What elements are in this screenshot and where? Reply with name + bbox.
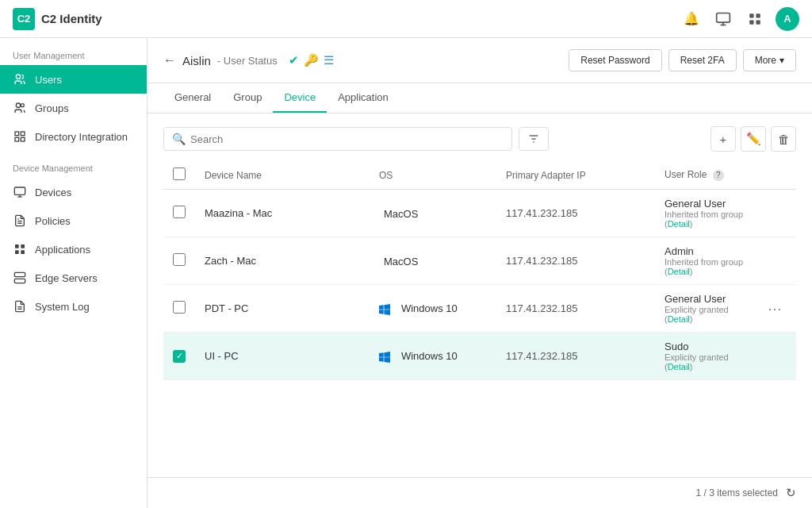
back-button[interactable]: ← — [163, 53, 176, 67]
user-avatar[interactable]: A — [776, 7, 799, 31]
select-all-checkbox[interactable] — [173, 167, 186, 180]
chevron-down-icon: ▾ — [779, 55, 784, 66]
system-log-label: System Log — [35, 301, 90, 313]
row2-ip: 117.41.232.185 — [506, 255, 577, 267]
windows-os-icon-2 — [379, 349, 396, 362]
row1-role: General User — [665, 198, 744, 210]
search-box: 🔍 — [163, 127, 512, 151]
tab-application[interactable]: Application — [327, 83, 400, 113]
reset-password-button[interactable]: Reset Password — [569, 49, 661, 71]
policies-label: Policies — [35, 215, 71, 227]
row3-device-name: PDT - PC — [205, 302, 248, 314]
row4-detail-link[interactable]: Detail — [668, 362, 690, 371]
devices-icon — [13, 185, 27, 199]
sidebar-item-users[interactable]: Users — [0, 65, 147, 94]
row3-checkbox[interactable] — [173, 301, 186, 314]
svg-rect-3 — [749, 13, 753, 17]
action-icons: + ✏️ 🗑 — [710, 126, 796, 152]
svg-rect-6 — [756, 20, 760, 24]
row2-device-name: Zach - Mac — [205, 255, 256, 267]
tab-device[interactable]: Device — [273, 83, 327, 113]
applications-label: Applications — [35, 244, 90, 256]
row1-device-name: Maazina - Mac — [205, 207, 272, 219]
svg-rect-4 — [756, 13, 760, 17]
users-icon — [13, 72, 27, 87]
svg-rect-14 — [14, 187, 25, 194]
system-log-icon — [13, 299, 27, 314]
row4-checkbox[interactable]: ✓ — [173, 350, 186, 363]
device-management-label: Device Management — [0, 151, 147, 178]
footer: 1 / 3 items selected ↻ — [147, 477, 812, 508]
row1-detail-link[interactable]: Detail — [668, 219, 690, 229]
row3-role-grant: Explicity granted (Detail) — [665, 305, 744, 324]
row3-detail-link[interactable]: Detail — [668, 314, 690, 324]
svg-rect-19 — [15, 244, 19, 248]
tabs: General Group Device Application — [147, 83, 812, 114]
sidebar: User Management Users Groups Directory I… — [0, 38, 147, 508]
status-check-icon: ✔ — [289, 53, 299, 67]
svg-point-8 — [16, 103, 20, 107]
content-area: 🔍 + ✏️ 🗑 — [147, 114, 812, 477]
tab-general[interactable]: General — [163, 83, 222, 113]
sidebar-item-applications[interactable]: Applications — [0, 235, 147, 264]
tab-group[interactable]: Group — [222, 83, 273, 113]
row1-ip: 117.41.232.185 — [506, 207, 577, 219]
layout: User Management Users Groups Directory I… — [0, 38, 812, 508]
directory-label: Directory Integration — [35, 131, 128, 143]
row1-checkbox[interactable] — [173, 206, 186, 218]
reset-2fa-button[interactable]: Reset 2FA — [668, 49, 737, 71]
row4-role: Sudo — [665, 341, 744, 352]
notification-icon[interactable]: 🔔 — [680, 8, 703, 30]
page-header-left: ← Aislin - User Status ✔ 🔑 ☰ — [163, 53, 334, 67]
role-help-icon[interactable]: ? — [713, 170, 724, 181]
svg-rect-20 — [21, 244, 25, 248]
row3-role: General User — [665, 293, 744, 305]
items-selected-label: 1 / 3 items selected — [696, 487, 778, 498]
topbar-icons: 🔔 A — [680, 7, 799, 31]
status-icons: ✔ 🔑 ☰ — [289, 53, 334, 67]
users-label: Users — [35, 74, 62, 86]
sidebar-item-groups[interactable]: Groups — [0, 94, 147, 122]
add-button[interactable]: + — [710, 126, 736, 152]
sidebar-item-devices[interactable]: Devices — [0, 178, 147, 206]
main-content: ← Aislin - User Status ✔ 🔑 ☰ Reset Passw… — [147, 38, 812, 508]
grid-icon[interactable] — [744, 8, 766, 30]
devices-label: Devices — [35, 187, 71, 198]
delete-button[interactable]: 🗑 — [771, 126, 796, 152]
sidebar-item-edge-servers[interactable]: Edge Servers — [0, 264, 147, 292]
policies-icon — [13, 214, 27, 228]
row1-role-grant: Inherited from group (Detail) — [665, 210, 744, 229]
row2-checkbox[interactable] — [173, 253, 186, 266]
sidebar-item-policies[interactable]: Policies — [0, 206, 147, 235]
device-manager-icon[interactable] — [712, 8, 734, 30]
row4-device-name: UI - PC — [205, 350, 239, 362]
sidebar-item-system-log[interactable]: System Log — [0, 292, 147, 321]
app-logo[interactable]: C2 C2 Identity — [13, 8, 102, 30]
svg-rect-23 — [14, 272, 25, 276]
row2-detail-link[interactable]: Detail — [668, 267, 690, 276]
groups-label: Groups — [35, 102, 69, 114]
logo-icon: C2 — [13, 8, 35, 30]
groups-icon — [13, 101, 27, 115]
search-left: 🔍 — [163, 127, 710, 151]
svg-rect-12 — [15, 137, 19, 141]
edit-button[interactable]: ✏️ — [741, 126, 766, 152]
row2-role-grant: Inherited from group (Detail) — [665, 257, 744, 276]
row3-menu-button[interactable]: ⋯ — [763, 299, 787, 318]
row1-os-label: MacOS — [384, 208, 418, 220]
page-header-right: Reset Password Reset 2FA More ▾ — [569, 49, 796, 71]
app-name: C2 Identity — [41, 12, 102, 25]
svg-rect-11 — [21, 132, 25, 136]
svg-rect-0 — [717, 13, 730, 22]
row2-role: Admin — [665, 245, 744, 257]
sidebar-item-directory[interactable]: Directory Integration — [0, 122, 147, 151]
topbar: C2 C2 Identity 🔔 A — [0, 0, 812, 38]
search-input[interactable] — [190, 133, 504, 145]
filter-button[interactable] — [519, 127, 549, 151]
devices-table: Device Name OS Primary Adapter IP User R… — [163, 161, 796, 380]
table-row: Zach - Mac MacOS 117.41.232.185 Admin In… — [163, 237, 796, 285]
refresh-button[interactable]: ↻ — [786, 486, 796, 500]
edge-servers-icon — [13, 271, 27, 285]
col-header-role: User Role ? — [655, 161, 753, 190]
more-button[interactable]: More ▾ — [743, 49, 796, 71]
